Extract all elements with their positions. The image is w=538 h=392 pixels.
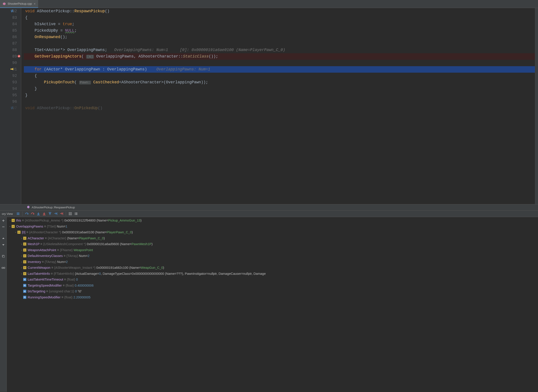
variable-text: this = {AShooterPickup_Ammo *} 0x0000019… [16, 219, 142, 222]
gutter: 82 83 84 85 86 87 88 89 90 91 92 93 94 9… [0, 8, 21, 204]
variable-row[interactable]: ›≡ACharacter = {ACharacter} (Name=Player… [7, 235, 538, 241]
primitive-icon: 01 [23, 284, 26, 287]
expand-arrow-icon[interactable]: › [20, 237, 23, 240]
object-icon: ≡ [17, 231, 20, 234]
close-icon[interactable]: × [34, 2, 35, 5]
variable-row[interactable]: 01bIsTargeting = {unsigned char:1} 0 '\0… [7, 288, 538, 294]
svg-rect-10 [69, 213, 70, 214]
file-tab[interactable]: ShooterPickup.cpp × [0, 0, 38, 8]
variable-text: Mesh1P = {USkeletalMeshComponent *} 0x00… [28, 242, 152, 246]
step-over-icon[interactable] [24, 211, 30, 217]
code-token: CastChecked [93, 80, 119, 84]
line-number: 84 [12, 22, 17, 26]
remove-icon[interactable] [1, 224, 6, 229]
variable-row[interactable]: 01RunningSpeedModifier = {float} 2.20000… [7, 294, 538, 300]
variable-row[interactable]: ›≡DefaultInventoryClasses = {TArray} Num… [7, 253, 538, 259]
object-icon: ≡ [23, 237, 26, 240]
run-to-cursor-icon[interactable] [53, 211, 59, 217]
variable-row[interactable]: ›≡LastTakeHitInfo = {FTakeHitInfo} {Actu… [7, 271, 538, 277]
code-area[interactable]: void AShooterPickup::RespawnPickup() { b… [24, 8, 538, 204]
expand-arrow-icon[interactable]: › [20, 266, 23, 269]
editor-scrollbar[interactable] [535, 8, 538, 204]
line-number: 87 [12, 41, 17, 46]
line-number: 93 [12, 80, 17, 84]
breakpoint-icon[interactable] [17, 55, 20, 58]
code-token: } [25, 86, 37, 91]
panel-label: ory View [2, 212, 13, 215]
execution-arrow-icon [10, 68, 14, 71]
code-token: true [63, 22, 72, 26]
svg-rect-4 [37, 215, 40, 215]
object-icon: ≡ [23, 248, 26, 252]
variable-text: CurrentWeapon = {AShooterWeapon_Instant … [28, 266, 164, 269]
calculator-icon[interactable] [67, 211, 73, 217]
expand-arrow-icon[interactable]: › [9, 219, 12, 222]
variable-row[interactable]: ›≡WeaponAttachPoint = {FName} WeaponPoin… [7, 247, 538, 253]
svg-rect-13 [71, 214, 71, 215]
code-editor: 82 83 84 85 86 87 88 89 90 91 92 93 94 9… [0, 8, 538, 204]
variable-row[interactable]: ›≡[0] = {AShooterCharacter *} 0x00000191… [7, 229, 538, 235]
stack-icon[interactable] [15, 211, 21, 217]
svg-rect-20 [2, 227, 5, 227]
step-out-icon[interactable] [47, 211, 53, 217]
list-icon[interactable] [73, 211, 79, 217]
variable-tree[interactable]: ›≡this = {AShooterPickup_Ammo *} 0x00000… [7, 217, 538, 392]
line-number: 89 [12, 54, 17, 59]
expand-arrow-icon[interactable]: › [20, 261, 23, 263]
svg-rect-6 [49, 212, 51, 213]
variable-row[interactable]: ›≡Mesh1P = {USkeletalMeshComponent *} 0x… [7, 241, 538, 247]
variable-row[interactable]: 01TargetingSpeedModifier = {float} 0.400… [7, 283, 538, 289]
object-icon: ≡ [23, 254, 26, 257]
add-icon[interactable] [1, 218, 6, 223]
expand-arrow-icon[interactable]: › [20, 243, 23, 245]
line-number: 86 [12, 35, 17, 39]
object-icon: ≡ [23, 260, 26, 263]
expand-arrow-icon[interactable]: › [9, 225, 12, 228]
code-token: () [105, 9, 110, 13]
param-hint: Pawn: [79, 81, 91, 84]
line-number: 94 [12, 86, 17, 91]
object-icon: ≡ [23, 243, 26, 246]
fold-column [21, 8, 24, 204]
line-number: 95 [12, 93, 17, 97]
variable-row[interactable]: 01LastTakeHitTimeTimeout = {float} 0 [7, 277, 538, 283]
svg-point-24 [4, 267, 5, 269]
code-token: OnPickedUp [75, 106, 98, 110]
copy-icon[interactable] [1, 254, 6, 259]
inlay-hint: OverlappingPawns: Num=1 [156, 67, 210, 71]
svg-rect-15 [76, 213, 77, 213]
expand-arrow-icon[interactable]: › [14, 231, 17, 233]
svg-rect-14 [75, 213, 75, 213]
run-to-cursor-red-icon[interactable] [59, 211, 64, 217]
glasses-icon[interactable] [1, 265, 6, 271]
expand-arrow-icon[interactable]: › [20, 249, 23, 251]
expand-arrow-icon[interactable]: › [20, 272, 23, 275]
breadcrumb-text[interactable]: AShooterPickup::RespawnPickup [32, 206, 75, 209]
tab-label: ShooterPickup.cpp [8, 2, 32, 5]
variable-row[interactable]: ›≡Inventory = {TArray} Num=2 [7, 259, 538, 265]
code-token: { [25, 15, 28, 20]
step-down-red-icon[interactable] [41, 211, 47, 217]
step-into-icon[interactable] [30, 211, 35, 217]
down-arrow-icon[interactable] [1, 242, 6, 247]
code-token [25, 67, 35, 71]
variable-row[interactable]: ›≡OverlappingPawns = {TSet} Num=1 [7, 224, 538, 229]
code-token: ( [75, 80, 79, 84]
code-token [91, 80, 93, 84]
variable-row[interactable]: ›≡this = {AShooterPickup_Ammo *} 0x00000… [7, 218, 538, 224]
variable-row[interactable]: ›≡CurrentWeapon = {AShooterWeapon_Instan… [7, 265, 538, 271]
step-down-icon[interactable] [35, 211, 41, 217]
svg-rect-8 [63, 212, 63, 215]
expand-arrow-icon[interactable]: › [20, 255, 23, 257]
breadcrumb: AShooterPickup::RespawnPickup [0, 204, 538, 210]
line-number: 96 [12, 99, 17, 104]
up-arrow-icon[interactable] [1, 236, 6, 241]
svg-point-23 [2, 267, 3, 269]
primitive-icon: 01 [23, 296, 26, 299]
line-number: 83 [12, 15, 17, 20]
code-token: RespawnPickup [75, 9, 105, 13]
code-token: void [25, 9, 35, 13]
svg-rect-19 [76, 214, 77, 215]
code-token: TSet<AActor*> OverlappingPawns; [25, 48, 114, 52]
code-token: OverlappingPawns, AShooterCharacter:: [94, 54, 183, 59]
